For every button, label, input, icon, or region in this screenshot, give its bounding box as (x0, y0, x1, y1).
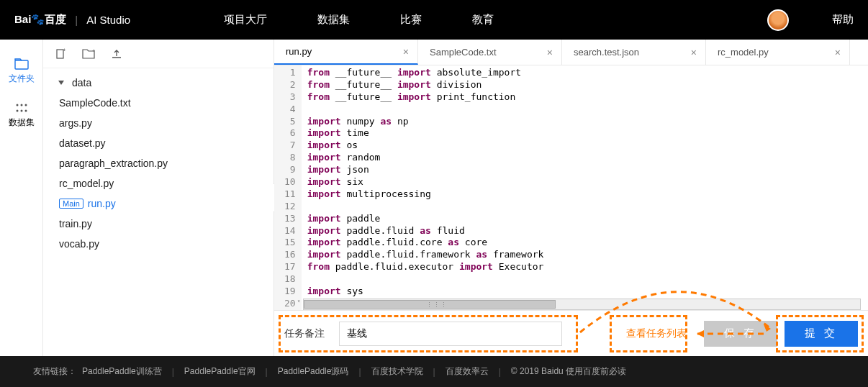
tree-file[interactable]: args.py (53, 113, 273, 133)
save-button[interactable]: 保 存 (704, 321, 777, 347)
svg-point-3 (24, 104, 27, 106)
nav-education[interactable]: 教育 (472, 13, 494, 27)
submit-button[interactable]: 提 交 (785, 321, 858, 347)
note-label: 任务备注 (284, 327, 325, 340)
new-file-icon[interactable]: + (55, 48, 66, 60)
footer-link[interactable]: 百度技术学院 (371, 365, 423, 378)
left-iconbar: 文件夹 数据集 (0, 40, 43, 356)
editor-tabs: run.py× SampleCode.txt× search.test.json… (274, 40, 868, 65)
note-input[interactable] (339, 322, 562, 346)
svg-point-5 (20, 110, 22, 112)
footer-link[interactable]: PaddlePaddle官网 (184, 365, 256, 378)
view-tasks-link[interactable]: 查看任务列表 (626, 327, 687, 340)
editor-pane: run.py× SampleCode.txt× search.test.json… (273, 40, 868, 356)
tree-file[interactable]: dataset.py (53, 133, 273, 153)
file-sidebar: + + data SampleCode.txt args.py dataset.… (43, 40, 273, 356)
svg-point-1 (16, 104, 18, 106)
tab-samplecode[interactable]: SampleCode.txt× (418, 40, 562, 65)
iconbar-datasets[interactable]: 数据集 (0, 96, 42, 140)
svg-point-6 (24, 110, 27, 112)
footer-link[interactable]: 百度效率云 (446, 365, 489, 378)
logo[interactable]: Bai🐾百度 | AI Studio (14, 13, 130, 27)
top-nav: Bai🐾百度 | AI Studio 项目大厅 数据集 比赛 教育 帮助 (0, 0, 868, 40)
tree-folder-data[interactable]: data (53, 73, 273, 93)
footer: 友情链接： PaddlePaddle训练营| PaddlePaddle官网| P… (0, 356, 868, 387)
nav-competitions[interactable]: 比赛 (400, 13, 422, 27)
file-tree: data SampleCode.txt args.py dataset.py p… (43, 68, 273, 254)
iconbar-files[interactable]: 文件夹 (0, 53, 42, 96)
upload-icon[interactable] (111, 49, 122, 59)
close-icon[interactable]: × (547, 47, 553, 58)
nav-projects[interactable]: 项目大厅 (224, 13, 267, 27)
footer-link[interactable]: PaddlePaddle训练营 (82, 365, 162, 378)
footer-copyright: © 2019 Baidu 使用百度前必读 (511, 365, 626, 378)
footer-link[interactable]: PaddlePaddle源码 (278, 365, 349, 378)
nav-datasets[interactable]: 数据集 (317, 13, 350, 27)
tree-file[interactable]: vocab.py (53, 234, 273, 254)
avatar[interactable] (767, 9, 789, 31)
svg-point-4 (16, 110, 18, 112)
task-bar: 任务备注 查看任务列表 保 存 提 交 (274, 310, 868, 356)
close-icon[interactable]: × (403, 46, 409, 58)
tree-file-main[interactable]: Mainrun.py (53, 194, 273, 214)
sidebar-toolbar: + + (43, 40, 273, 68)
main-nav: 项目大厅 数据集 比赛 教育 (224, 13, 494, 27)
help-link[interactable]: 帮助 (832, 13, 854, 27)
horizontal-scrollbar[interactable]: ⋮⋮⋮ (303, 299, 861, 310)
tree-file[interactable]: rc_model.py (53, 173, 273, 194)
footer-prefix: 友情链接： (33, 365, 76, 378)
close-icon[interactable]: × (835, 47, 841, 58)
tree-file[interactable]: train.py (53, 214, 273, 234)
tree-file[interactable]: paragraph_extraction.py (53, 153, 273, 173)
svg-rect-0 (15, 60, 28, 69)
close-icon[interactable]: × (691, 47, 697, 58)
svg-text:+: + (92, 49, 95, 54)
tab-rcmodel[interactable]: rc_model.py× (706, 40, 850, 65)
new-folder-icon[interactable]: + (82, 49, 95, 59)
tab-run-py[interactable]: run.py× (274, 40, 418, 65)
tree-file[interactable]: SampleCode.txt (53, 93, 273, 113)
code-editor[interactable]: 123456789101112131415161718192021222324 … (274, 65, 868, 310)
svg-point-2 (20, 104, 22, 106)
svg-text:+: + (63, 48, 66, 53)
tab-search-json[interactable]: search.test.json× (562, 40, 706, 65)
